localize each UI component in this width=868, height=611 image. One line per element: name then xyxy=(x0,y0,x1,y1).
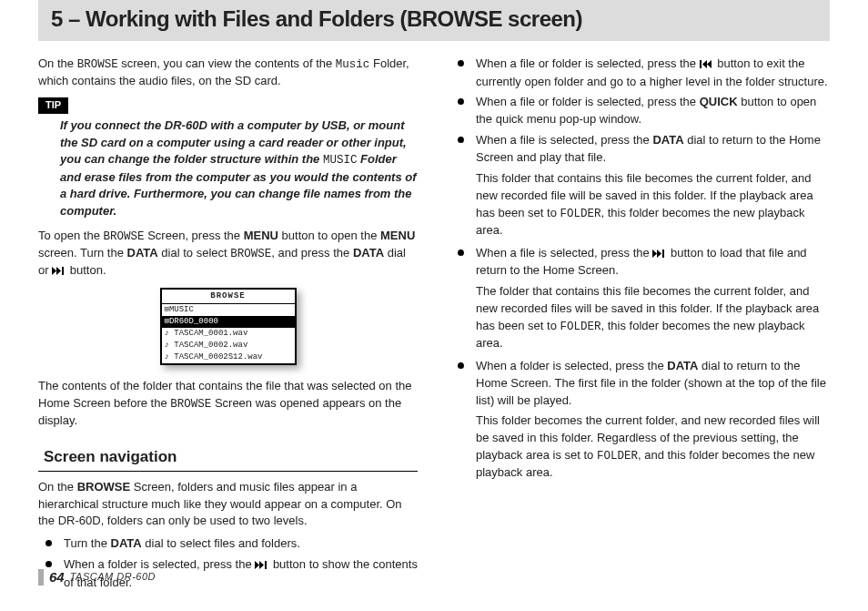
lcd-row-selected: ⊞DR60D_0000 xyxy=(162,316,295,328)
lcd-screenshot: BROWSE ⊞MUSIC ⊞DR60D_0000 ♪ TASCAM_0001.… xyxy=(38,288,418,369)
tip-music-mono: MUSIC xyxy=(323,154,358,167)
left-column: On the BROWSE screen, you can view the c… xyxy=(38,56,418,596)
svg-rect-0 xyxy=(62,267,64,275)
page-number: 64 xyxy=(49,567,65,587)
list-item-sub: The folder that contains this file becom… xyxy=(476,283,830,352)
lcd-row: ♪ TASCAM_0001.wav xyxy=(162,328,295,340)
right-column: When a file or folder is selected, press… xyxy=(450,56,830,596)
two-column-layout: On the BROWSE screen, you can view the c… xyxy=(38,56,830,596)
lcd-title: BROWSE xyxy=(162,290,295,304)
list-item-sub: This folder that contains this file beco… xyxy=(476,170,830,239)
lcd-row: ♪ TASCAM_0002.wav xyxy=(162,340,295,351)
lcd: BROWSE ⊞MUSIC ⊞DR60D_0000 ♪ TASCAM_0001.… xyxy=(160,288,297,365)
tip-block: TIP If you connect the DR-60D with a com… xyxy=(38,96,418,220)
footer-flag-icon xyxy=(38,569,44,586)
contents-paragraph: The contents of the folder that contains… xyxy=(38,378,418,430)
page-header: 5 – Working with Files and Folders (BROW… xyxy=(38,0,830,41)
list-item: When a file or folder is selected, press… xyxy=(454,94,830,128)
open-paragraph: To open the BROWSE Screen, press the MEN… xyxy=(38,228,418,280)
list-item-sub: This folder becomes the current folder, … xyxy=(476,412,830,482)
browse-mono: BROWSE xyxy=(77,58,118,71)
next-track-icon xyxy=(255,557,269,575)
page-title: 5 – Working with Files and Folders (BROW… xyxy=(51,4,817,36)
music-mono: Music xyxy=(336,58,370,71)
tip-label: TIP xyxy=(38,97,68,114)
list-item: When a folder is selected, press the DAT… xyxy=(454,358,830,482)
tip-body: If you connect the DR-60D with a compute… xyxy=(60,117,418,220)
lcd-row: ♪ TASCAM_0002S12.wav xyxy=(162,351,295,363)
prev-track-icon xyxy=(700,56,714,74)
svg-rect-1 xyxy=(265,561,267,569)
list-item: Turn the DATA dial to select files and f… xyxy=(42,535,418,553)
list-item: When a file is selected, press the DATA … xyxy=(454,132,830,239)
product-model: TASCAM DR-60D xyxy=(70,570,156,585)
intro-paragraph: On the BROWSE screen, you can view the c… xyxy=(38,56,418,90)
list-item: When a file or folder is selected, press… xyxy=(454,56,830,91)
list-item: When a file is selected, press the butto… xyxy=(454,245,830,352)
right-bullets: When a file or folder is selected, press… xyxy=(454,56,830,482)
nav-paragraph: On the BROWSE Screen, folders and music … xyxy=(38,479,418,531)
lcd-row: ⊞MUSIC xyxy=(162,304,295,316)
next-track-icon xyxy=(52,263,66,280)
section-heading-nav: Screen navigation xyxy=(38,446,418,472)
svg-rect-2 xyxy=(700,60,701,68)
page-footer: 64 TASCAM DR-60D xyxy=(38,567,156,587)
svg-rect-3 xyxy=(662,249,664,258)
next-track-icon xyxy=(652,246,667,263)
